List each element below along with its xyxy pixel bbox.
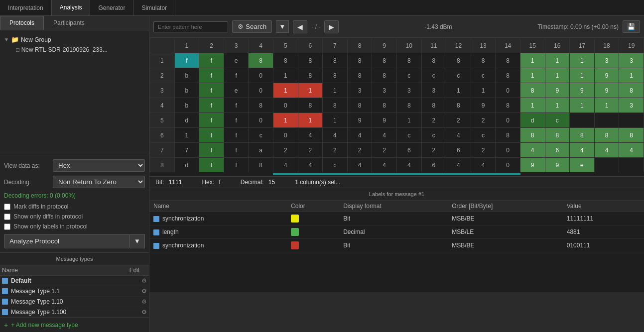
horizontal-scrollbar[interactable] xyxy=(273,173,520,175)
grid-cell-r5-c5[interactable]: 1 xyxy=(273,113,298,128)
msg-type-edit-action[interactable]: ⚙ xyxy=(141,277,147,284)
grid-cell-r6-c13[interactable]: c xyxy=(471,128,496,143)
grid-cell-r6-c3[interactable]: f xyxy=(224,128,249,143)
grid-cell-r2-c13[interactable]: c xyxy=(471,68,496,83)
grid-cell-r4-c7[interactable]: 8 xyxy=(323,98,348,113)
data-grid-container[interactable]: 12345678910111213141516171819 1ffe888888… xyxy=(149,38,644,172)
analyze-protocol-dropdown[interactable]: ▼ xyxy=(130,234,145,248)
grid-cell-r8-c10[interactable]: 4 xyxy=(396,158,421,173)
grid-cell-r1-c11[interactable]: 8 xyxy=(421,53,446,68)
grid-cell-r3-c19[interactable]: 8 xyxy=(619,83,644,98)
grid-cell-r2-c6[interactable]: 8 xyxy=(298,68,323,83)
grid-cell-r7-c17[interactable]: 4 xyxy=(570,143,595,158)
grid-cell-r5-c2[interactable]: f xyxy=(199,113,224,128)
grid-cell-r7-c9[interactable]: 2 xyxy=(372,143,397,158)
grid-cell-r2-c7[interactable]: 8 xyxy=(323,68,348,83)
msg-type-1-10[interactable]: Message Type 1.10 ⚙ xyxy=(0,297,149,307)
grid-cell-r3-c6[interactable]: 1 xyxy=(298,83,323,98)
search-dropdown[interactable]: ▼ xyxy=(276,20,289,33)
search-button[interactable]: ⚙ Search xyxy=(232,20,272,33)
grid-cell-r5-c14[interactable]: 0 xyxy=(496,113,520,128)
msg-type-edit-action[interactable]: ⚙ xyxy=(141,288,147,295)
grid-cell-r3-c1[interactable]: b xyxy=(174,83,199,98)
grid-cell-r6-c14[interactable]: 8 xyxy=(496,128,520,143)
grid-cell-r8-c18[interactable] xyxy=(594,158,619,173)
grid-cell-r2-c15[interactable]: 1 xyxy=(520,68,545,83)
grid-cell-r3-c16[interactable]: 9 xyxy=(545,83,570,98)
save-button[interactable]: 💾 xyxy=(623,20,640,33)
grid-cell-r7-c3[interactable]: f xyxy=(224,143,249,158)
grid-cell-r5-c19[interactable] xyxy=(619,113,644,128)
grid-cell-r5-c3[interactable]: f xyxy=(224,113,249,128)
grid-cell-r7-c10[interactable]: 6 xyxy=(396,143,421,158)
grid-cell-r8-c2[interactable]: f xyxy=(199,158,224,173)
add-message-type-button[interactable]: + + Add new message type xyxy=(0,318,149,332)
grid-cell-r1-c13[interactable]: 8 xyxy=(471,53,496,68)
decoding-select[interactable]: Non Return To Zero Manchester xyxy=(53,176,145,188)
tab-participants[interactable]: Participants xyxy=(44,16,94,30)
grid-cell-r4-c15[interactable]: 1 xyxy=(520,98,545,113)
grid-cell-r6-c2[interactable]: f xyxy=(199,128,224,143)
grid-cell-r7-c7[interactable]: 2 xyxy=(323,143,348,158)
pattern-input[interactable] xyxy=(153,21,228,32)
tab-analysis[interactable]: Analysis xyxy=(52,0,91,15)
grid-cell-r4-c10[interactable]: 8 xyxy=(396,98,421,113)
msg-type-edit-action[interactable]: ⚙ xyxy=(141,309,147,316)
grid-cell-r7-c12[interactable]: 6 xyxy=(446,143,471,158)
grid-cell-r3-c4[interactable]: 0 xyxy=(249,83,273,98)
tree-group-new-group[interactable]: ▼ 📁 New Group xyxy=(4,34,145,45)
grid-cell-r8-c9[interactable]: 4 xyxy=(372,158,397,173)
tab-generator[interactable]: Generator xyxy=(90,0,133,15)
grid-cell-r6-c16[interactable]: 8 xyxy=(545,128,570,143)
grid-cell-r8-c11[interactable]: 6 xyxy=(421,158,446,173)
grid-cell-r2-c16[interactable]: 1 xyxy=(545,68,570,83)
grid-cell-r2-c11[interactable]: c xyxy=(421,68,446,83)
grid-cell-r8-c15[interactable]: 9 xyxy=(520,158,545,173)
nav-prev-button[interactable]: ◀ xyxy=(293,20,307,33)
grid-cell-r4-c6[interactable]: 8 xyxy=(298,98,323,113)
msg-type-default[interactable]: Default ⚙ xyxy=(0,276,149,286)
grid-cell-r6-c12[interactable]: 4 xyxy=(446,128,471,143)
grid-cell-r1-c9[interactable]: 8 xyxy=(372,53,397,68)
grid-cell-r6-c18[interactable]: 8 xyxy=(594,128,619,143)
grid-cell-r1-c18[interactable]: 3 xyxy=(594,53,619,68)
grid-cell-r2-c12[interactable]: c xyxy=(446,68,471,83)
grid-cell-r7-c18[interactable]: 4 xyxy=(594,143,619,158)
grid-cell-r7-c11[interactable]: 2 xyxy=(421,143,446,158)
grid-cell-r7-c13[interactable]: 2 xyxy=(471,143,496,158)
grid-cell-r7-c15[interactable]: 4 xyxy=(520,143,545,158)
grid-cell-r3-c7[interactable]: 1 xyxy=(323,83,348,98)
grid-cell-r3-c12[interactable]: 1 xyxy=(446,83,471,98)
grid-cell-r1-c8[interactable]: 8 xyxy=(347,53,372,68)
grid-cell-r2-c18[interactable]: 9 xyxy=(594,68,619,83)
grid-cell-r8-c4[interactable]: 8 xyxy=(249,158,273,173)
grid-cell-r5-c18[interactable] xyxy=(594,113,619,128)
grid-cell-r7-c14[interactable]: 0 xyxy=(496,143,520,158)
grid-cell-r4-c19[interactable]: 3 xyxy=(619,98,644,113)
grid-cell-r7-c16[interactable]: 6 xyxy=(545,143,570,158)
msg-type-1-1[interactable]: Message Type 1.1 ⚙ xyxy=(0,286,149,297)
grid-cell-r1-c14[interactable]: 8 xyxy=(496,53,520,68)
grid-cell-r1-c3[interactable]: e xyxy=(224,53,249,68)
grid-cell-r4-c8[interactable]: 8 xyxy=(347,98,372,113)
grid-cell-r3-c17[interactable]: 9 xyxy=(570,83,595,98)
grid-cell-r4-c9[interactable]: 8 xyxy=(372,98,397,113)
grid-cell-r1-c16[interactable]: 1 xyxy=(545,53,570,68)
grid-cell-r4-c18[interactable]: 1 xyxy=(594,98,619,113)
grid-cell-r6-c17[interactable]: 8 xyxy=(570,128,595,143)
grid-cell-r6-c9[interactable]: 4 xyxy=(372,128,397,143)
grid-cell-r5-c8[interactable]: 9 xyxy=(347,113,372,128)
grid-cell-r8-c5[interactable]: 4 xyxy=(273,158,298,173)
grid-cell-r1-c10[interactable]: 8 xyxy=(396,53,421,68)
grid-cell-r4-c13[interactable]: 9 xyxy=(471,98,496,113)
grid-cell-r6-c8[interactable]: 4 xyxy=(347,128,372,143)
grid-cell-r6-c6[interactable]: 4 xyxy=(298,128,323,143)
grid-cell-r4-c17[interactable]: 1 xyxy=(570,98,595,113)
grid-cell-r5-c10[interactable]: 1 xyxy=(396,113,421,128)
grid-cell-r5-c15[interactable]: d xyxy=(520,113,545,128)
grid-cell-r7-c8[interactable]: 2 xyxy=(347,143,372,158)
show-diffs-checkbox[interactable] xyxy=(4,214,10,220)
grid-cell-r5-c9[interactable]: 9 xyxy=(372,113,397,128)
grid-cell-r3-c14[interactable]: 0 xyxy=(496,83,520,98)
grid-cell-r2-c5[interactable]: 1 xyxy=(273,68,298,83)
